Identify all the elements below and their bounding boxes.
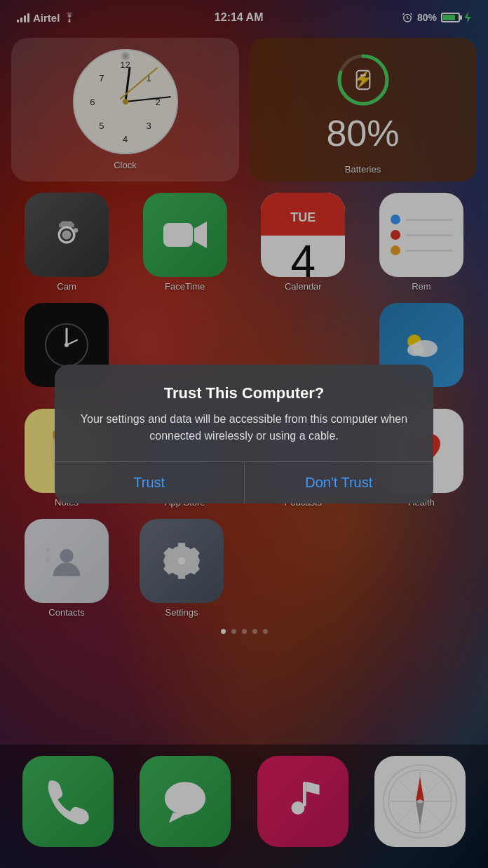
dialog-content: Trust This Computer? Your settings and d…: [55, 365, 433, 445]
trust-button[interactable]: Trust: [55, 462, 245, 503]
dont-trust-button[interactable]: Don't Trust: [245, 462, 434, 503]
dialog-buttons: Trust Don't Trust: [55, 461, 433, 503]
dialog-message: Your settings and data will be accessibl…: [77, 411, 411, 445]
trust-dialog: Trust This Computer? Your settings and d…: [55, 365, 433, 503]
dialog-overlay: Trust This Computer? Your settings and d…: [0, 0, 488, 868]
dialog-title: Trust This Computer?: [77, 384, 411, 402]
